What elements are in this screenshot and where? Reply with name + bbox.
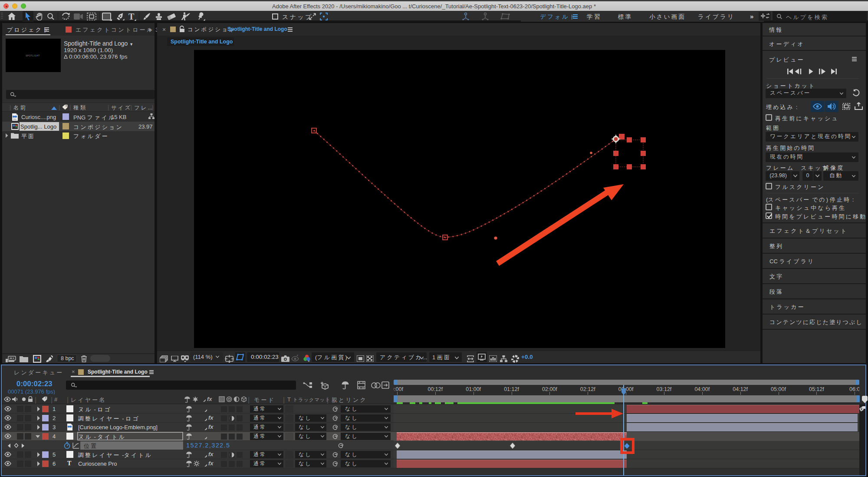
- svg-text:T: T: [128, 12, 135, 21]
- svg-text:PNG: PNG: [13, 119, 16, 120]
